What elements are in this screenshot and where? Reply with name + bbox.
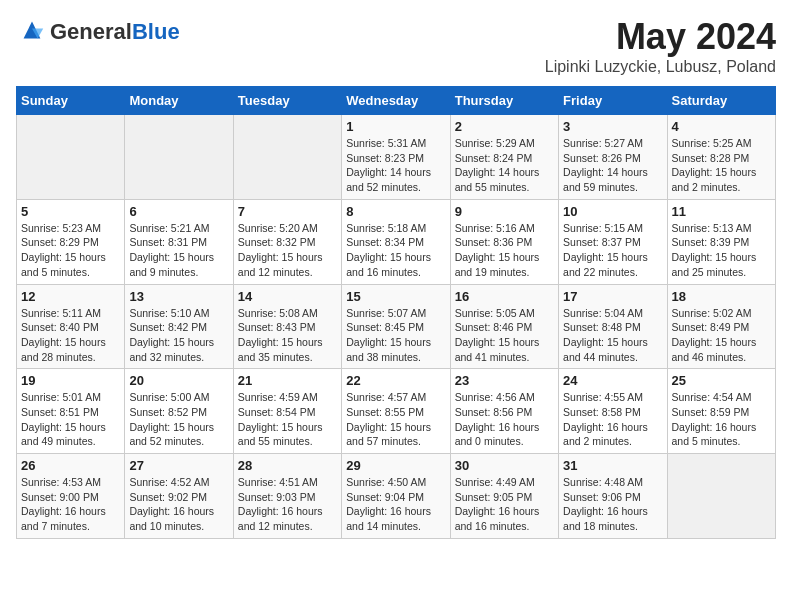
calendar-cell: 19Sunrise: 5:01 AM Sunset: 8:51 PM Dayli… — [17, 369, 125, 454]
day-number: 4 — [672, 119, 771, 134]
day-info: Sunrise: 4:52 AM Sunset: 9:02 PM Dayligh… — [129, 475, 228, 534]
weekday-header: Friday — [559, 87, 667, 115]
calendar-cell: 28Sunrise: 4:51 AM Sunset: 9:03 PM Dayli… — [233, 454, 341, 539]
calendar-cell: 16Sunrise: 5:05 AM Sunset: 8:46 PM Dayli… — [450, 284, 558, 369]
day-number: 15 — [346, 289, 445, 304]
calendar-table: SundayMondayTuesdayWednesdayThursdayFrid… — [16, 86, 776, 539]
weekday-header: Sunday — [17, 87, 125, 115]
title-block: May 2024 Lipinki Luzyckie, Lubusz, Polan… — [545, 16, 776, 76]
day-info: Sunrise: 5:02 AM Sunset: 8:49 PM Dayligh… — [672, 306, 771, 365]
calendar-cell: 12Sunrise: 5:11 AM Sunset: 8:40 PM Dayli… — [17, 284, 125, 369]
month-year-title: May 2024 — [545, 16, 776, 58]
calendar-cell: 21Sunrise: 4:59 AM Sunset: 8:54 PM Dayli… — [233, 369, 341, 454]
day-number: 14 — [238, 289, 337, 304]
location-subtitle: Lipinki Luzyckie, Lubusz, Poland — [545, 58, 776, 76]
day-number: 3 — [563, 119, 662, 134]
day-number: 24 — [563, 373, 662, 388]
calendar-cell: 9Sunrise: 5:16 AM Sunset: 8:36 PM Daylig… — [450, 199, 558, 284]
day-info: Sunrise: 4:54 AM Sunset: 8:59 PM Dayligh… — [672, 390, 771, 449]
calendar-cell — [125, 115, 233, 200]
day-info: Sunrise: 5:07 AM Sunset: 8:45 PM Dayligh… — [346, 306, 445, 365]
day-number: 6 — [129, 204, 228, 219]
day-info: Sunrise: 5:04 AM Sunset: 8:48 PM Dayligh… — [563, 306, 662, 365]
day-number: 20 — [129, 373, 228, 388]
day-info: Sunrise: 4:59 AM Sunset: 8:54 PM Dayligh… — [238, 390, 337, 449]
day-info: Sunrise: 4:57 AM Sunset: 8:55 PM Dayligh… — [346, 390, 445, 449]
day-number: 10 — [563, 204, 662, 219]
calendar-cell: 14Sunrise: 5:08 AM Sunset: 8:43 PM Dayli… — [233, 284, 341, 369]
day-number: 11 — [672, 204, 771, 219]
logo-blue-text: Blue — [132, 19, 180, 44]
day-info: Sunrise: 5:05 AM Sunset: 8:46 PM Dayligh… — [455, 306, 554, 365]
day-number: 22 — [346, 373, 445, 388]
day-number: 29 — [346, 458, 445, 473]
day-info: Sunrise: 5:15 AM Sunset: 8:37 PM Dayligh… — [563, 221, 662, 280]
calendar-week-row: 1Sunrise: 5:31 AM Sunset: 8:23 PM Daylig… — [17, 115, 776, 200]
day-number: 8 — [346, 204, 445, 219]
day-info: Sunrise: 5:31 AM Sunset: 8:23 PM Dayligh… — [346, 136, 445, 195]
calendar-cell: 22Sunrise: 4:57 AM Sunset: 8:55 PM Dayli… — [342, 369, 450, 454]
day-number: 28 — [238, 458, 337, 473]
calendar-cell: 5Sunrise: 5:23 AM Sunset: 8:29 PM Daylig… — [17, 199, 125, 284]
calendar-cell — [17, 115, 125, 200]
day-number: 13 — [129, 289, 228, 304]
day-number: 9 — [455, 204, 554, 219]
day-info: Sunrise: 5:10 AM Sunset: 8:42 PM Dayligh… — [129, 306, 228, 365]
day-number: 5 — [21, 204, 120, 219]
calendar-week-row: 12Sunrise: 5:11 AM Sunset: 8:40 PM Dayli… — [17, 284, 776, 369]
day-number: 17 — [563, 289, 662, 304]
day-number: 25 — [672, 373, 771, 388]
day-number: 19 — [21, 373, 120, 388]
calendar-cell: 30Sunrise: 4:49 AM Sunset: 9:05 PM Dayli… — [450, 454, 558, 539]
weekday-header-row: SundayMondayTuesdayWednesdayThursdayFrid… — [17, 87, 776, 115]
calendar-cell — [667, 454, 775, 539]
calendar-week-row: 5Sunrise: 5:23 AM Sunset: 8:29 PM Daylig… — [17, 199, 776, 284]
day-number: 26 — [21, 458, 120, 473]
calendar-cell: 13Sunrise: 5:10 AM Sunset: 8:42 PM Dayli… — [125, 284, 233, 369]
calendar-cell: 29Sunrise: 4:50 AM Sunset: 9:04 PM Dayli… — [342, 454, 450, 539]
calendar-cell: 26Sunrise: 4:53 AM Sunset: 9:00 PM Dayli… — [17, 454, 125, 539]
calendar-cell — [233, 115, 341, 200]
calendar-cell: 17Sunrise: 5:04 AM Sunset: 8:48 PM Dayli… — [559, 284, 667, 369]
weekday-header: Tuesday — [233, 87, 341, 115]
day-number: 2 — [455, 119, 554, 134]
day-number: 31 — [563, 458, 662, 473]
day-number: 27 — [129, 458, 228, 473]
weekday-header: Thursday — [450, 87, 558, 115]
calendar-week-row: 26Sunrise: 4:53 AM Sunset: 9:00 PM Dayli… — [17, 454, 776, 539]
day-info: Sunrise: 4:55 AM Sunset: 8:58 PM Dayligh… — [563, 390, 662, 449]
day-number: 30 — [455, 458, 554, 473]
calendar-cell: 25Sunrise: 4:54 AM Sunset: 8:59 PM Dayli… — [667, 369, 775, 454]
day-info: Sunrise: 4:50 AM Sunset: 9:04 PM Dayligh… — [346, 475, 445, 534]
page-header: GeneralBlue May 2024 Lipinki Luzyckie, L… — [16, 16, 776, 76]
logo: GeneralBlue — [16, 16, 180, 48]
day-info: Sunrise: 5:20 AM Sunset: 8:32 PM Dayligh… — [238, 221, 337, 280]
day-info: Sunrise: 5:08 AM Sunset: 8:43 PM Dayligh… — [238, 306, 337, 365]
calendar-cell: 3Sunrise: 5:27 AM Sunset: 8:26 PM Daylig… — [559, 115, 667, 200]
calendar-cell: 4Sunrise: 5:25 AM Sunset: 8:28 PM Daylig… — [667, 115, 775, 200]
day-info: Sunrise: 5:13 AM Sunset: 8:39 PM Dayligh… — [672, 221, 771, 280]
calendar-cell: 27Sunrise: 4:52 AM Sunset: 9:02 PM Dayli… — [125, 454, 233, 539]
day-info: Sunrise: 5:11 AM Sunset: 8:40 PM Dayligh… — [21, 306, 120, 365]
calendar-cell: 8Sunrise: 5:18 AM Sunset: 8:34 PM Daylig… — [342, 199, 450, 284]
day-number: 21 — [238, 373, 337, 388]
calendar-cell: 11Sunrise: 5:13 AM Sunset: 8:39 PM Dayli… — [667, 199, 775, 284]
day-info: Sunrise: 4:53 AM Sunset: 9:00 PM Dayligh… — [21, 475, 120, 534]
calendar-week-row: 19Sunrise: 5:01 AM Sunset: 8:51 PM Dayli… — [17, 369, 776, 454]
day-info: Sunrise: 5:21 AM Sunset: 8:31 PM Dayligh… — [129, 221, 228, 280]
calendar-cell: 7Sunrise: 5:20 AM Sunset: 8:32 PM Daylig… — [233, 199, 341, 284]
day-info: Sunrise: 5:00 AM Sunset: 8:52 PM Dayligh… — [129, 390, 228, 449]
weekday-header: Monday — [125, 87, 233, 115]
day-info: Sunrise: 4:51 AM Sunset: 9:03 PM Dayligh… — [238, 475, 337, 534]
day-info: Sunrise: 5:29 AM Sunset: 8:24 PM Dayligh… — [455, 136, 554, 195]
day-info: Sunrise: 5:18 AM Sunset: 8:34 PM Dayligh… — [346, 221, 445, 280]
weekday-header: Saturday — [667, 87, 775, 115]
calendar-cell: 1Sunrise: 5:31 AM Sunset: 8:23 PM Daylig… — [342, 115, 450, 200]
logo-icon — [18, 16, 46, 44]
day-info: Sunrise: 4:56 AM Sunset: 8:56 PM Dayligh… — [455, 390, 554, 449]
calendar-cell: 20Sunrise: 5:00 AM Sunset: 8:52 PM Dayli… — [125, 369, 233, 454]
day-number: 18 — [672, 289, 771, 304]
calendar-cell: 10Sunrise: 5:15 AM Sunset: 8:37 PM Dayli… — [559, 199, 667, 284]
day-number: 23 — [455, 373, 554, 388]
day-number: 12 — [21, 289, 120, 304]
